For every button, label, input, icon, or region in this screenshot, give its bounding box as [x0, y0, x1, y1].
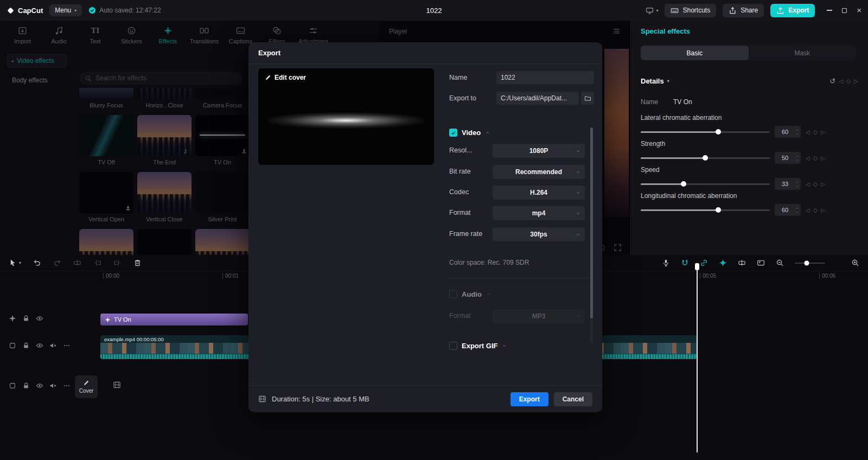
- bitrate-dropdown[interactable]: Recommended: [493, 165, 585, 179]
- slider-value[interactable]: 60: [775, 126, 795, 138]
- delete-left-icon[interactable]: [93, 259, 101, 267]
- slider-value[interactable]: 60: [775, 204, 795, 216]
- slider-knob[interactable]: [716, 129, 721, 135]
- next-keyframe-icon[interactable]: ▷: [821, 181, 825, 187]
- add-keyframe-icon[interactable]: ◇: [813, 181, 818, 188]
- collapse-icon[interactable]: [502, 343, 507, 348]
- step-up-icon[interactable]: [795, 129, 799, 132]
- step-down-icon[interactable]: [795, 184, 799, 188]
- shortcuts-button[interactable]: Shortcuts: [665, 4, 716, 17]
- next-keyframe-icon[interactable]: ▷: [821, 129, 825, 135]
- step-down-icon[interactable]: [795, 158, 799, 162]
- next-keyframe-icon[interactable]: ▷: [854, 78, 858, 84]
- step-down-icon[interactable]: [795, 210, 799, 214]
- keyframe-controls: ◁ ◇ ▷: [839, 78, 858, 85]
- codec-dropdown[interactable]: H.264: [493, 186, 585, 200]
- zoom-in-icon[interactable]: [851, 259, 859, 267]
- trash-icon[interactable]: [133, 259, 142, 267]
- lock-icon[interactable]: [22, 315, 30, 322]
- tab-mask[interactable]: Mask: [749, 46, 857, 60]
- slider-track[interactable]: [641, 131, 770, 133]
- add-keyframe-icon[interactable]: ◇: [813, 155, 818, 162]
- edit-cover-button[interactable]: Edit cover: [265, 74, 306, 81]
- mute-icon[interactable]: [49, 382, 57, 389]
- export-button-topbar[interactable]: Export: [770, 4, 815, 17]
- preview-axis-icon[interactable]: [719, 259, 727, 267]
- more-options-icon[interactable]: [63, 342, 71, 349]
- zoom-slider-knob[interactable]: [805, 260, 809, 265]
- dialog-scrollbar[interactable]: [590, 127, 593, 343]
- slider-track[interactable]: [641, 157, 770, 159]
- prev-keyframe-icon[interactable]: ◁: [806, 207, 810, 213]
- collapse-icon[interactable]: [486, 292, 491, 297]
- redo-icon[interactable]: [53, 259, 61, 267]
- next-keyframe-icon[interactable]: ▷: [821, 207, 825, 213]
- audio-checkbox[interactable]: [449, 290, 457, 298]
- chevron-down-icon[interactable]: ▾: [667, 79, 669, 84]
- split-icon[interactable]: [73, 259, 81, 267]
- audio-format-dropdown[interactable]: MP3: [493, 309, 585, 323]
- share-button[interactable]: Share: [723, 4, 764, 17]
- step-up-icon[interactable]: [795, 207, 799, 210]
- eye-icon[interactable]: [36, 382, 43, 389]
- cover-button[interactable]: Cover: [75, 375, 98, 398]
- prev-keyframe-icon[interactable]: ◁: [806, 155, 810, 161]
- lock-icon[interactable]: [22, 382, 30, 389]
- slider-value[interactable]: 50: [775, 152, 795, 164]
- tab-basic[interactable]: Basic: [641, 46, 749, 60]
- framerate-dropdown[interactable]: 30fps: [493, 227, 585, 241]
- eye-icon[interactable]: [36, 342, 43, 349]
- next-keyframe-icon[interactable]: ▷: [821, 155, 825, 161]
- select-tool[interactable]: ▾: [9, 259, 21, 267]
- step-up-icon[interactable]: [795, 155, 799, 158]
- playhead[interactable]: [697, 265, 698, 452]
- reset-icon[interactable]: ↺: [829, 77, 835, 85]
- slider-track[interactable]: [641, 183, 770, 185]
- filmstrip-icon[interactable]: [113, 381, 121, 389]
- scrollbar-thumb[interactable]: [590, 127, 593, 318]
- name-field[interactable]: [496, 71, 594, 84]
- more-options-icon[interactable]: [63, 382, 71, 389]
- close-icon[interactable]: ×: [857, 8, 861, 13]
- lock-icon[interactable]: [22, 342, 30, 349]
- slider-knob[interactable]: [703, 155, 708, 161]
- effect-clip[interactable]: TV On: [100, 314, 248, 325]
- menu-button[interactable]: Menu ▾: [49, 4, 82, 16]
- prev-keyframe-icon[interactable]: ◁: [806, 181, 810, 187]
- eye-icon[interactable]: [36, 315, 43, 322]
- format-dropdown[interactable]: mp4: [493, 206, 585, 220]
- slider-knob[interactable]: [681, 181, 686, 187]
- cover-preview[interactable]: Edit cover: [258, 68, 434, 165]
- timeline-zoom-slider[interactable]: [795, 263, 825, 264]
- prev-keyframe-icon[interactable]: ◁: [839, 78, 843, 84]
- mute-icon[interactable]: [49, 342, 57, 349]
- minimize-icon[interactable]: [827, 10, 832, 11]
- prev-keyframe-icon[interactable]: ◁: [806, 129, 810, 135]
- split-clip-icon[interactable]: [738, 259, 746, 267]
- voiceover-mic-icon[interactable]: [662, 259, 670, 267]
- slider-value[interactable]: 33: [775, 178, 795, 190]
- step-down-icon[interactable]: [795, 132, 799, 136]
- add-keyframe-icon[interactable]: ◇: [813, 129, 818, 136]
- step-up-icon[interactable]: [795, 181, 799, 184]
- slider-knob[interactable]: [716, 207, 721, 213]
- link-icon[interactable]: [700, 259, 708, 267]
- resolution-dropdown[interactable]: 1080P: [493, 144, 585, 158]
- export-path-field[interactable]: [496, 92, 579, 105]
- delete-right-icon[interactable]: [113, 259, 122, 267]
- adapt-icon[interactable]: [757, 259, 765, 267]
- maximize-icon[interactable]: [842, 8, 847, 13]
- cancel-button[interactable]: Cancel: [554, 392, 592, 406]
- export-gif-checkbox[interactable]: [449, 342, 457, 350]
- browse-folder-button[interactable]: [581, 92, 594, 105]
- add-keyframe-icon[interactable]: ◇: [813, 207, 818, 214]
- magnet-icon[interactable]: [681, 259, 689, 267]
- display-mode-button[interactable]: ▾: [646, 7, 658, 15]
- video-checkbox[interactable]: [449, 129, 457, 137]
- collapse-icon[interactable]: [485, 130, 490, 135]
- slider-track[interactable]: [641, 209, 770, 211]
- add-keyframe-icon[interactable]: ◇: [846, 78, 851, 85]
- zoom-out-icon[interactable]: [776, 259, 784, 267]
- undo-icon[interactable]: [33, 259, 41, 267]
- export-confirm-button[interactable]: Export: [510, 392, 548, 406]
